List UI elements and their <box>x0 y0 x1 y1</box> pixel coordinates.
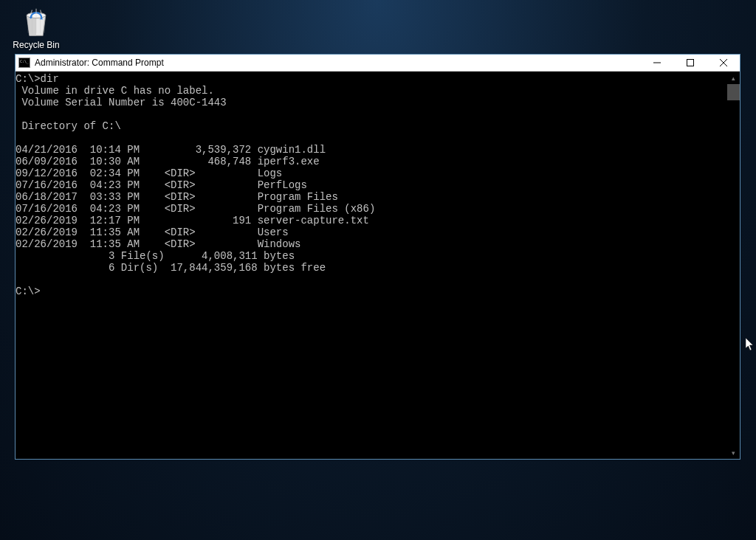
recycle-bin-icon <box>20 6 52 38</box>
recycle-bin[interactable]: Recycle Bin <box>10 6 62 50</box>
command-prompt-window: Administrator: Command Prompt C:\>dir Vo… <box>15 54 740 460</box>
window-controls <box>640 55 740 71</box>
cmd-icon <box>18 58 30 68</box>
mouse-cursor-icon <box>746 338 755 353</box>
svg-rect-2 <box>687 60 693 66</box>
maximize-button[interactable] <box>673 55 707 71</box>
minimize-button[interactable] <box>640 55 673 71</box>
scroll-thumb[interactable] <box>727 84 740 100</box>
recycle-bin-label: Recycle Bin <box>13 40 59 50</box>
window-title: Administrator: Command Prompt <box>35 58 640 68</box>
title-bar[interactable]: Administrator: Command Prompt <box>16 55 740 72</box>
scrollbar[interactable]: ▴ ▾ <box>727 72 740 459</box>
scroll-down-arrow-icon[interactable]: ▾ <box>727 446 740 459</box>
scroll-up-arrow-icon[interactable]: ▴ <box>727 72 740 84</box>
terminal-area: C:\>dir Volume in drive C has no label. … <box>16 72 740 459</box>
close-button[interactable] <box>707 55 740 71</box>
terminal-output[interactable]: C:\>dir Volume in drive C has no label. … <box>16 72 727 459</box>
